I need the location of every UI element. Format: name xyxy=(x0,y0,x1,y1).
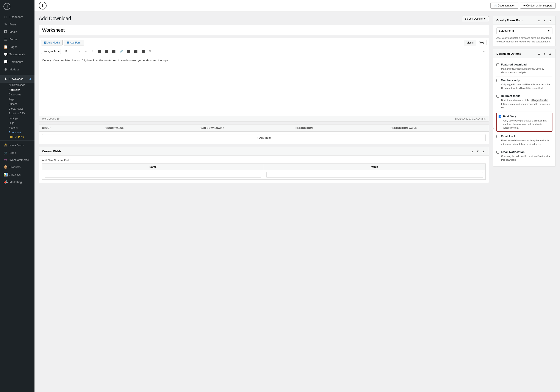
sidebar-item-posts[interactable]: ✎ Posts xyxy=(0,21,34,28)
products-icon: 📦 xyxy=(3,165,8,169)
settings-button[interactable]: ⚙ xyxy=(147,49,153,54)
redirect-label: Redirect to file xyxy=(501,94,520,98)
download-options-controls: ▲ ▼ ▲ xyxy=(537,51,552,56)
custom-fields-section: Custom Fields ▲ ▼ ▲ Add New Custom Field… xyxy=(39,147,489,183)
editor-body[interactable]: Once you've completed Lesson #3, downloa… xyxy=(39,55,489,116)
cf-name-input[interactable] xyxy=(45,172,261,178)
sidebar-sub-add-new[interactable]: Add New xyxy=(0,88,34,92)
ol-button[interactable]: ≡ xyxy=(83,49,89,54)
screen-options-button[interactable]: Screen Options ▼ xyxy=(462,16,489,21)
paid-only-checkbox[interactable] xyxy=(499,115,501,118)
analytics-icon: 📊 xyxy=(3,173,8,176)
custom-fields-header: Custom Fields ▲ ▼ ▲ xyxy=(39,147,489,156)
post-title-input[interactable] xyxy=(39,25,489,35)
blockquote-button[interactable]: ❝ xyxy=(90,49,95,54)
cf-value-input[interactable] xyxy=(266,172,483,178)
select-form-dropdown[interactable]: Select Form ▼ xyxy=(496,27,552,34)
redirect-checkbox[interactable] xyxy=(496,95,499,98)
posts-icon: ✎ xyxy=(3,22,8,27)
tab-text[interactable]: Text xyxy=(476,40,487,45)
sidebar-item-ninja-forms[interactable]: 🥷 Ninja Forms xyxy=(0,141,34,149)
more-button[interactable]: ⬛ xyxy=(125,49,132,54)
link-button[interactable]: 🔗 xyxy=(118,49,124,54)
bold-button[interactable]: B xyxy=(64,49,69,54)
tab-visual[interactable]: Visual xyxy=(464,40,476,45)
do-up-button[interactable]: ▲ xyxy=(537,51,541,56)
sidebar-item-analytics[interactable]: 📊 Analytics xyxy=(0,171,34,178)
gf-down-button[interactable]: ▼ xyxy=(542,18,547,22)
sidebar-item-pages[interactable]: 📋 Pages xyxy=(0,43,34,51)
italic-button[interactable]: I xyxy=(70,49,76,54)
sidebar-item-modula[interactable]: ⚙ Modula xyxy=(0,66,34,73)
custom-fields-down-button[interactable]: ▼ xyxy=(475,149,480,153)
table-button[interactable]: ⬛ xyxy=(133,49,139,54)
custom-fields-up-button[interactable]: ▲ xyxy=(470,149,474,153)
custom-fields-controls: ▲ ▼ ▲ xyxy=(470,149,486,153)
featured-checkbox[interactable] xyxy=(496,63,499,66)
sidebar-item-shop[interactable]: 🛒 Shop xyxy=(0,149,34,157)
sidebar-item-label: Products xyxy=(10,166,20,169)
downloads-parent-icon: ⬇ xyxy=(3,77,8,81)
add-rule-button[interactable]: + Add Rule xyxy=(42,134,486,141)
editor-tabs: Visual Text xyxy=(464,40,487,45)
align-center-button[interactable]: ⬛ xyxy=(103,49,110,54)
color-button[interactable]: ⬛ xyxy=(140,49,146,54)
align-right-button[interactable]: ⬛ xyxy=(110,49,117,54)
do-toggle-button[interactable]: ▲ xyxy=(548,51,552,56)
col-group: GROUP xyxy=(42,127,105,129)
add-media-button[interactable]: 🖼 Add Media xyxy=(41,40,62,45)
sidebar-item-comments[interactable]: 💭 Comments xyxy=(0,58,34,66)
sidebar-sub-categories[interactable]: Categories xyxy=(0,92,34,97)
sidebar-item-woocommerce[interactable]: W WooCommerce xyxy=(0,157,34,163)
cf-value-header: Value xyxy=(264,164,485,170)
sidebar-item-dashboard[interactable]: ⊞ Dashboard xyxy=(0,13,34,21)
ul-button[interactable]: ≡ xyxy=(77,49,82,54)
gravity-forms-widget: Gravity Forms Form ▲ ▼ ▲ Select Form ▼ A… xyxy=(493,16,556,46)
col-group-value: GROUP VALUE xyxy=(105,127,200,129)
gf-up-button[interactable]: ▲ xyxy=(537,18,541,22)
sidebar-item-media[interactable]: 🖼 Media xyxy=(0,28,34,36)
do-down-button[interactable]: ▼ xyxy=(542,51,547,56)
sidebar-item-marketing[interactable]: 📣 Marketing xyxy=(0,178,34,186)
contact-support-button[interactable]: ✉ Contact us for support! xyxy=(520,3,556,9)
sidebar-item-label: Analytics xyxy=(10,173,21,176)
documentation-button[interactable]: 📄 Documentation xyxy=(490,3,518,9)
access-rules-section: GROUP GROUP VALUE CAN DOWNLOAD ? RESTRIC… xyxy=(39,124,489,144)
sidebar-sub-settings[interactable]: Settings xyxy=(0,116,34,121)
members-only-checkbox[interactable] xyxy=(496,79,499,82)
sidebar-sub-buttons[interactable]: Buttons xyxy=(0,102,34,106)
dlm-code: dlm_uploads xyxy=(531,99,548,102)
sidebar-sub-reports[interactable]: Reports xyxy=(0,125,34,130)
topbar-right: 📄 Documentation ✉ Contact us for support… xyxy=(490,3,556,9)
testimonials-icon: 💬 xyxy=(3,52,8,56)
custom-fields-toggle-button[interactable]: ▲ xyxy=(481,149,486,153)
option-redirect: Redirect to file Don't force download. I… xyxy=(496,92,552,112)
sidebar-item-products[interactable]: 📦 Products xyxy=(0,163,34,171)
sidebar-item-testimonials[interactable]: 💬 Testimonials xyxy=(0,51,34,58)
sidebar-item-downloads[interactable]: ⬇ Downloads ◀ xyxy=(0,75,34,83)
gf-toggle-button[interactable]: ▲ xyxy=(548,18,552,22)
email-lock-checkbox[interactable] xyxy=(496,135,499,138)
contact-icon: ✉ xyxy=(523,4,526,7)
shop-icon: 🛒 xyxy=(3,151,8,155)
sidebar-item-forms[interactable]: ☰ Forms xyxy=(0,36,34,43)
media-icon: 🖼 xyxy=(3,30,8,34)
featured-label: Featured download xyxy=(501,63,527,66)
cf-name-cell xyxy=(42,170,264,179)
paragraph-select[interactable]: Paragraph Heading 1 Heading 2 xyxy=(41,49,61,54)
align-left-button[interactable]: ⬛ xyxy=(96,49,102,54)
sidebar-sub-export-csv[interactable]: Export to CSV xyxy=(0,111,34,116)
sidebar-sub-lite-vs-pro[interactable]: LITE vs PRO xyxy=(0,135,34,140)
sidebar-sub-extensions[interactable]: Extensions xyxy=(0,130,34,135)
sidebar-sub-global-rules[interactable]: Global Rules xyxy=(0,106,34,111)
sidebar-sub-all-downloads[interactable]: All Downloads xyxy=(0,83,34,88)
add-form-button[interactable]: ☰ Add Form xyxy=(64,40,84,45)
email-lock-desc: Email locked downloads will only be avai… xyxy=(496,139,552,146)
marketing-icon: 📣 xyxy=(3,180,8,184)
email-notification-checkbox[interactable] xyxy=(496,151,499,154)
sidebar-sub-tags[interactable]: Tags xyxy=(0,97,34,102)
sidebar-sub-logs[interactable]: Logs xyxy=(0,121,34,125)
main-area: ⬇ 📄 Documentation ✉ Contact us for suppo… xyxy=(34,0,560,392)
fullscreen-button[interactable]: ⤢ xyxy=(481,49,487,54)
sidebar-item-label: WooCommerce xyxy=(10,158,29,162)
